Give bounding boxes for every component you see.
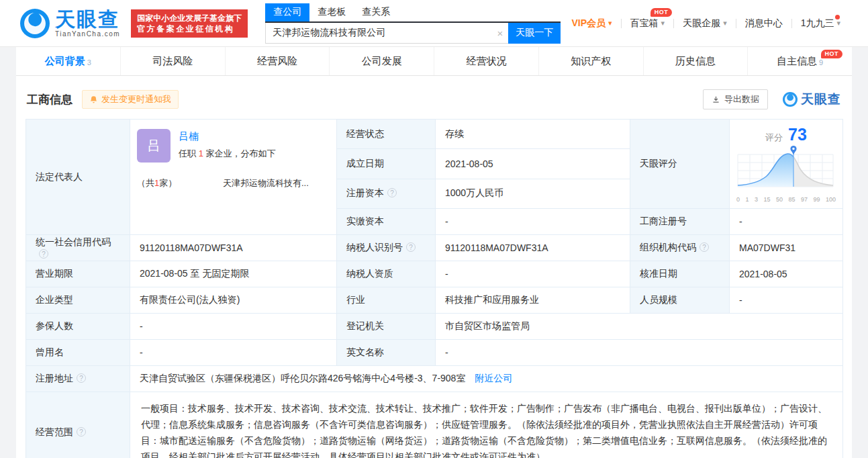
field-label-company-type: 企业类型 (26, 287, 130, 314)
field-label-insured-count: 参保人数 (26, 314, 130, 340)
help-icon[interactable]: ? (39, 249, 48, 259)
nav-enterprise-service[interactable]: 天眼企服 ▾ (674, 17, 736, 30)
search-tab-company[interactable]: 查公司 (265, 3, 309, 21)
field-label-industry: 行业 (337, 287, 436, 314)
related-company-link[interactable]: 天津邦运物流科技有... (223, 177, 309, 189)
hot-badge: HOT (821, 50, 843, 58)
export-data-button[interactable]: 导出数据 (703, 89, 768, 109)
company-section-tabs: 公司背景 3 司法风险 经营风险 公司发展 经营状况 知识产权 历史信息 自主信… (16, 47, 852, 76)
download-icon (712, 95, 720, 104)
field-value-staff-size: - (730, 287, 843, 314)
badge-line2: 官方备案企业征信机构 (137, 24, 242, 34)
username: 1九九三 (801, 17, 834, 30)
tab-company-background[interactable]: 公司背景 3 (16, 47, 121, 75)
bell-icon (89, 95, 98, 104)
table-row: 营业期限 2021-08-05 至 无固定期限 纳税人资质 - 核准日期 202… (26, 261, 843, 287)
chevron-down-icon: ▾ (723, 19, 727, 27)
field-value-taxpayer-id: 91120118MA07DWF31A (436, 235, 630, 261)
field-value-reg-capital: 1000万人民币 (436, 179, 630, 208)
field-value-paid-capital: - (436, 209, 630, 235)
tab-label: 知识产权 (571, 55, 611, 68)
search-tab-boss[interactable]: 查老板 (309, 3, 354, 21)
score-axis-labels: 0131550859799100 (735, 195, 837, 203)
field-value-address: 天津自贸试验区（东疆保税港区）呼伦贝尔路426号铭海中心4号楼-3、7-908室… (130, 366, 843, 392)
field-label-status: 经营状态 (337, 120, 436, 149)
gov-certification-badge: 国家中小企业发展子基金旗下 官方备案企业征信机构 (131, 9, 248, 38)
tab-operating-status[interactable]: 经营状况 (434, 47, 539, 75)
field-label-reg-capital: 注册资本? (337, 179, 436, 208)
help-icon[interactable]: ? (700, 242, 709, 252)
top-nav: VIP会员 ▾ HOT 百宝箱 ▾ 天眼企服 ▾ 消息中心 1九九三 ▾ (563, 17, 850, 30)
export-label: 导出数据 (724, 93, 759, 105)
clear-search-icon[interactable]: × (497, 28, 503, 39)
section-title: 工商信息 (27, 92, 73, 107)
tab-operating-risk[interactable]: 经营风险 (226, 47, 330, 75)
hot-badge: HOT (650, 8, 673, 17)
nav-treasure-box[interactable]: HOT 百宝箱 ▾ (622, 17, 674, 30)
nav-message-center[interactable]: 消息中心 (736, 17, 791, 30)
table-row: 法定代表人 吕 吕楠 任职 1 家企业，分布如下 （共1家） 天津邦运物流科技有… (26, 120, 843, 149)
table-row: 参保人数 - 登记机关 市自贸区市场监管局 (26, 314, 843, 340)
logo-domain: TianYanCha.com (55, 30, 120, 38)
field-label-business-term: 营业期限 (26, 261, 130, 287)
help-icon[interactable]: ? (77, 427, 86, 437)
help-icon[interactable]: ? (406, 242, 416, 252)
notify-on-change-button[interactable]: 发生变更时通知我 (82, 90, 179, 109)
chevron-down-icon: ▾ (608, 19, 612, 27)
tab-label: 自主信息 (777, 55, 817, 68)
roles-prefix: 任职 (179, 148, 199, 158)
table-row: 企业类型 有限责任公司(法人独资) 行业 科技推广和应用服务业 人员规模 - (26, 287, 843, 314)
avatar[interactable]: 吕 (137, 129, 171, 163)
field-value-business-term: 2021-08-05 至 无固定期限 (130, 261, 337, 287)
legal-rep-name-link[interactable]: 吕楠 (179, 130, 199, 142)
table-row: 统一社会信用代码? 91120118MA07DWF31A 纳税人识别号? 911… (26, 235, 843, 261)
legal-rep-cell: 吕 吕楠 任职 1 家企业，分布如下 （共1家） 天津邦运物流科技有... (130, 120, 337, 235)
field-value-status: 存续 (436, 120, 630, 149)
field-label-taxpayer-id: 纳税人识别号? (337, 235, 436, 261)
search-input[interactable] (265, 23, 508, 44)
tab-judicial-risk[interactable]: 司法风险 (121, 47, 226, 75)
nav-vip-member[interactable]: VIP会员 ▾ (563, 17, 621, 30)
content-card: 公司背景 3 司法风险 经营风险 公司发展 经营状况 知识产权 历史信息 自主信… (16, 47, 852, 458)
search-button[interactable]: 天眼一下 (508, 23, 561, 44)
company-total: （共1家） (137, 177, 223, 189)
field-label-address: 注册地址? (26, 366, 130, 392)
tab-self-published-info[interactable]: 自主信息 9 HOT (748, 47, 852, 75)
avatar-char: 吕 (147, 137, 160, 155)
field-label-business-scope: 经营范围? (26, 392, 130, 458)
tab-intellectual-property[interactable]: 知识产权 (539, 47, 644, 75)
field-value-reg-number: - (730, 209, 843, 235)
field-label-english-name: 英文名称 (337, 340, 436, 366)
watermark-brand: 天眼查 (801, 91, 841, 108)
nav-user-account[interactable]: 1九九三 ▾ (792, 17, 849, 30)
score-chart-cell: 评分 73 (730, 120, 843, 209)
tab-history-info[interactable]: 历史信息 (644, 47, 749, 75)
chevron-down-icon: ▾ (836, 19, 840, 27)
treasure-label: 百宝箱 (630, 17, 659, 30)
help-icon[interactable]: ? (77, 373, 86, 383)
score-value: 73 (788, 126, 807, 143)
help-icon[interactable]: ? (387, 188, 397, 197)
field-value-industry: 科技推广和应用服务业 (436, 287, 630, 314)
field-value-org-code: MA07DWF31 (730, 235, 843, 261)
field-value-credit-code: 91120118MA07DWF31A (130, 235, 337, 261)
nearby-companies-link[interactable]: 附近公司 (475, 373, 512, 383)
field-label-registry: 登记机关 (337, 314, 436, 340)
logo-swirl-icon (20, 9, 50, 38)
tab-count: 3 (87, 58, 91, 66)
field-label-approval-date: 核准日期 (630, 261, 730, 287)
address-text: 天津自贸试验区（东疆保税港区）呼伦贝尔路426号铭海中心4号楼-3、7-908室 (140, 373, 465, 383)
score-marker-pin (790, 146, 796, 154)
roles-suffix: 家企业，分布如下 (203, 148, 276, 158)
badge-line1: 国家中小企业发展子基金旗下 (137, 13, 242, 24)
score-caption: 评分 73 (735, 126, 837, 144)
tab-company-development[interactable]: 公司发展 (330, 47, 434, 75)
search-tab-relation[interactable]: 查关系 (354, 3, 398, 21)
field-value-insured-count: - (130, 314, 337, 340)
notification-dot (835, 15, 840, 19)
table-row: 经营范围? 一般项目：技术服务、技术开发、技术咨询、技术交流、技术转让、技术推广… (26, 392, 843, 458)
field-label-credit-code: 统一社会信用代码? (26, 235, 130, 261)
tianyancha-logo[interactable]: 天眼查 TianYanCha.com (20, 9, 120, 38)
field-label-taxpayer-quality: 纳税人资质 (337, 261, 436, 287)
tab-count: 9 (819, 58, 823, 66)
